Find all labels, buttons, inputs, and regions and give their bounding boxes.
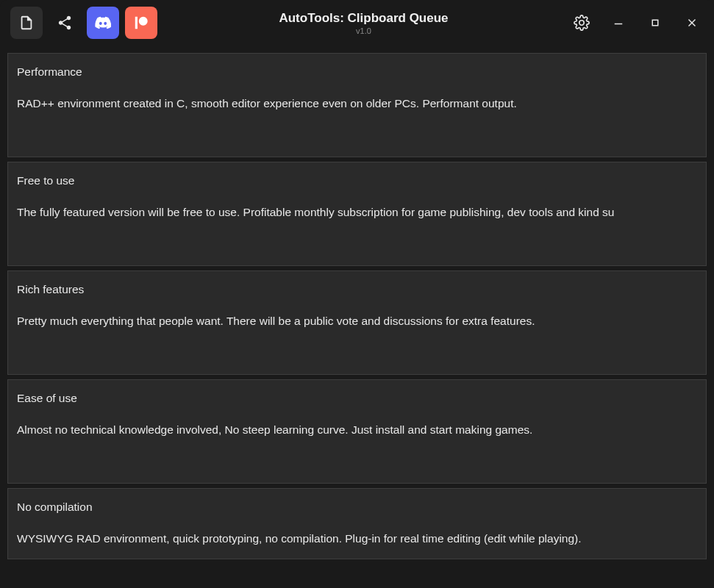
card-title: Rich features <box>17 283 697 296</box>
content-area: Performance RAD++ environment created in… <box>0 46 714 588</box>
card-body: Pretty much everything that people want.… <box>17 314 697 329</box>
gear-icon <box>574 15 590 31</box>
file-button[interactable] <box>10 7 43 39</box>
minimize-button[interactable] <box>607 11 630 35</box>
share-icon <box>57 15 73 31</box>
card-ease-of-use[interactable]: Ease of use Almost no technical knowledg… <box>7 379 707 484</box>
maximize-icon <box>649 16 662 29</box>
card-title: Ease of use <box>17 392 697 405</box>
card-no-compilation[interactable]: No compilation WYSIWYG RAD environment, … <box>7 488 707 559</box>
titlebar-left <box>10 7 157 39</box>
patreon-icon <box>133 15 149 31</box>
titlebar-center: AutoTools: Clipboard Queue v1.0 <box>157 11 570 35</box>
card-body: Almost no technical knowledge involved, … <box>17 423 697 438</box>
patreon-button[interactable] <box>125 7 157 39</box>
titlebar: AutoTools: Clipboard Queue v1.0 <box>0 0 714 46</box>
card-title: No compilation <box>17 501 697 514</box>
card-rich-features[interactable]: Rich features Pretty much everything tha… <box>7 270 707 375</box>
card-performance[interactable]: Performance RAD++ environment created in… <box>7 53 707 157</box>
card-title: Performance <box>17 65 697 79</box>
card-body: RAD++ environment created in C, smooth e… <box>17 96 697 112</box>
app-title: AutoTools: Clipboard Queue <box>279 11 448 26</box>
maximize-button[interactable] <box>643 11 667 35</box>
card-free-to-use[interactable]: Free to use The fully featured version w… <box>7 162 707 266</box>
discord-icon <box>95 15 111 31</box>
share-button[interactable] <box>49 7 81 39</box>
card-body: The fully featured version will be free … <box>17 205 697 220</box>
svg-rect-1 <box>652 20 658 26</box>
titlebar-right <box>570 11 704 35</box>
minimize-icon <box>612 16 625 29</box>
file-icon <box>18 15 35 31</box>
close-icon <box>685 16 699 29</box>
card-title: Free to use <box>17 174 697 187</box>
close-button[interactable] <box>680 11 704 35</box>
card-body: WYSIWYG RAD environment, quick prototypi… <box>17 531 697 547</box>
settings-button[interactable] <box>570 11 593 35</box>
app-version: v1.0 <box>356 26 371 35</box>
discord-button[interactable] <box>87 7 119 39</box>
